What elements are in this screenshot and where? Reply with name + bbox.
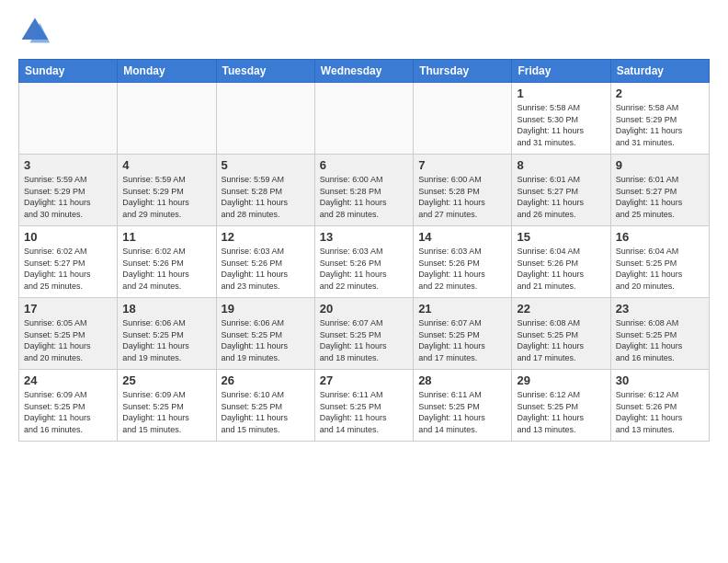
day-number: 1 [517,86,605,100]
header [18,15,710,48]
calendar-day-cell: 7Sunrise: 6:00 AMSunset: 5:28 PMDaylight… [414,155,512,226]
day-info: Sunrise: 6:11 AMSunset: 5:25 PMDaylight:… [418,389,506,435]
calendar-day-cell: 18Sunrise: 6:06 AMSunset: 5:25 PMDayligh… [118,298,216,370]
calendar-day-cell: 25Sunrise: 6:09 AMSunset: 5:25 PMDayligh… [118,370,216,442]
calendar-day-cell: 16Sunrise: 6:04 AMSunset: 5:25 PMDayligh… [610,226,709,298]
day-info: Sunrise: 6:10 AMSunset: 5:25 PMDaylight:… [222,389,310,435]
day-number: 15 [517,230,605,244]
day-info: Sunrise: 6:06 AMSunset: 5:25 PMDaylight:… [122,317,210,363]
day-number: 26 [222,373,310,387]
calendar-day-cell [414,83,512,155]
calendar-day-cell [118,83,216,155]
day-number: 7 [418,158,506,172]
day-number: 12 [222,230,310,244]
weekday-thursday: Thursday [414,60,512,83]
day-number: 11 [122,230,210,244]
calendar-day-cell: 22Sunrise: 6:08 AMSunset: 5:25 PMDayligh… [512,298,610,370]
calendar-day-cell [216,83,314,155]
calendar-day-cell [19,83,118,155]
day-number: 13 [320,230,408,244]
calendar: SundayMondayTuesdayWednesdayThursdayFrid… [18,59,710,442]
day-number: 19 [222,302,310,316]
day-number: 14 [418,230,506,244]
day-number: 18 [122,302,210,316]
calendar-week-row: 17Sunrise: 6:05 AMSunset: 5:25 PMDayligh… [19,298,710,370]
calendar-day-cell: 1Sunrise: 5:58 AMSunset: 5:30 PMDaylight… [512,83,610,155]
day-info: Sunrise: 6:04 AMSunset: 5:25 PMDaylight:… [616,246,704,292]
calendar-week-row: 24Sunrise: 6:09 AMSunset: 5:25 PMDayligh… [19,370,710,442]
calendar-day-cell: 5Sunrise: 5:59 AMSunset: 5:28 PMDaylight… [216,155,314,226]
calendar-day-cell: 30Sunrise: 6:12 AMSunset: 5:26 PMDayligh… [610,370,709,442]
weekday-saturday: Saturday [610,60,709,83]
day-info: Sunrise: 6:02 AMSunset: 5:26 PMDaylight:… [122,246,210,292]
day-info: Sunrise: 5:59 AMSunset: 5:29 PMDaylight:… [24,174,112,220]
calendar-day-cell: 23Sunrise: 6:08 AMSunset: 5:25 PMDayligh… [610,298,709,370]
weekday-friday: Friday [512,60,610,83]
day-info: Sunrise: 6:08 AMSunset: 5:25 PMDaylight:… [517,317,605,363]
page: SundayMondayTuesdayWednesdayThursdayFrid… [0,0,728,563]
day-number: 10 [24,230,112,244]
day-number: 16 [616,230,704,244]
calendar-day-cell [314,83,413,155]
day-info: Sunrise: 6:12 AMSunset: 5:25 PMDaylight:… [517,389,605,435]
day-number: 27 [320,373,408,387]
day-number: 25 [122,373,210,387]
weekday-sunday: Sunday [19,60,118,83]
day-number: 24 [24,373,112,387]
day-number: 4 [122,158,210,172]
weekday-monday: Monday [118,60,216,83]
day-number: 3 [24,158,112,172]
calendar-day-cell: 4Sunrise: 5:59 AMSunset: 5:29 PMDaylight… [118,155,216,226]
calendar-day-cell: 10Sunrise: 6:02 AMSunset: 5:27 PMDayligh… [19,226,118,298]
day-number: 20 [320,302,408,316]
day-number: 5 [222,158,310,172]
calendar-day-cell: 17Sunrise: 6:05 AMSunset: 5:25 PMDayligh… [19,298,118,370]
day-number: 23 [616,302,704,316]
day-info: Sunrise: 6:03 AMSunset: 5:26 PMDaylight:… [320,246,408,292]
day-number: 21 [418,302,506,316]
day-info: Sunrise: 6:01 AMSunset: 5:27 PMDaylight:… [616,174,704,220]
weekday-tuesday: Tuesday [216,60,314,83]
day-info: Sunrise: 6:06 AMSunset: 5:25 PMDaylight:… [222,317,310,363]
calendar-day-cell: 14Sunrise: 6:03 AMSunset: 5:26 PMDayligh… [414,226,512,298]
day-number: 29 [517,373,605,387]
calendar-day-cell: 20Sunrise: 6:07 AMSunset: 5:25 PMDayligh… [314,298,413,370]
calendar-day-cell: 12Sunrise: 6:03 AMSunset: 5:26 PMDayligh… [216,226,314,298]
day-info: Sunrise: 6:12 AMSunset: 5:26 PMDaylight:… [616,389,704,435]
weekday-header-row: SundayMondayTuesdayWednesdayThursdayFrid… [19,60,710,83]
calendar-day-cell: 24Sunrise: 6:09 AMSunset: 5:25 PMDayligh… [19,370,118,442]
day-info: Sunrise: 6:08 AMSunset: 5:25 PMDaylight:… [616,317,704,363]
day-info: Sunrise: 6:09 AMSunset: 5:25 PMDaylight:… [24,389,112,435]
day-number: 8 [517,158,605,172]
day-number: 17 [24,302,112,316]
day-info: Sunrise: 6:03 AMSunset: 5:26 PMDaylight:… [222,246,310,292]
calendar-day-cell: 3Sunrise: 5:59 AMSunset: 5:29 PMDaylight… [19,155,118,226]
day-info: Sunrise: 5:59 AMSunset: 5:29 PMDaylight:… [122,174,210,220]
calendar-day-cell: 6Sunrise: 6:00 AMSunset: 5:28 PMDaylight… [314,155,413,226]
logo-icon [18,15,51,48]
day-info: Sunrise: 6:11 AMSunset: 5:25 PMDaylight:… [320,389,408,435]
calendar-day-cell: 21Sunrise: 6:07 AMSunset: 5:25 PMDayligh… [414,298,512,370]
day-number: 30 [616,373,704,387]
day-info: Sunrise: 6:07 AMSunset: 5:25 PMDaylight:… [320,317,408,363]
day-info: Sunrise: 6:07 AMSunset: 5:25 PMDaylight:… [418,317,506,363]
day-number: 28 [418,373,506,387]
day-info: Sunrise: 6:09 AMSunset: 5:25 PMDaylight:… [122,389,210,435]
logo [18,15,57,48]
day-info: Sunrise: 6:02 AMSunset: 5:27 PMDaylight:… [24,246,112,292]
day-info: Sunrise: 6:00 AMSunset: 5:28 PMDaylight:… [320,174,408,220]
calendar-day-cell: 15Sunrise: 6:04 AMSunset: 5:26 PMDayligh… [512,226,610,298]
calendar-day-cell: 9Sunrise: 6:01 AMSunset: 5:27 PMDaylight… [610,155,709,226]
calendar-day-cell: 13Sunrise: 6:03 AMSunset: 5:26 PMDayligh… [314,226,413,298]
day-info: Sunrise: 5:58 AMSunset: 5:30 PMDaylight:… [517,102,605,148]
calendar-day-cell: 28Sunrise: 6:11 AMSunset: 5:25 PMDayligh… [414,370,512,442]
day-number: 22 [517,302,605,316]
calendar-week-row: 1Sunrise: 5:58 AMSunset: 5:30 PMDaylight… [19,83,710,155]
calendar-day-cell: 26Sunrise: 6:10 AMSunset: 5:25 PMDayligh… [216,370,314,442]
day-info: Sunrise: 5:58 AMSunset: 5:29 PMDaylight:… [616,102,704,148]
calendar-day-cell: 19Sunrise: 6:06 AMSunset: 5:25 PMDayligh… [216,298,314,370]
day-info: Sunrise: 6:01 AMSunset: 5:27 PMDaylight:… [517,174,605,220]
calendar-week-row: 10Sunrise: 6:02 AMSunset: 5:27 PMDayligh… [19,226,710,298]
calendar-day-cell: 29Sunrise: 6:12 AMSunset: 5:25 PMDayligh… [512,370,610,442]
day-info: Sunrise: 5:59 AMSunset: 5:28 PMDaylight:… [222,174,310,220]
